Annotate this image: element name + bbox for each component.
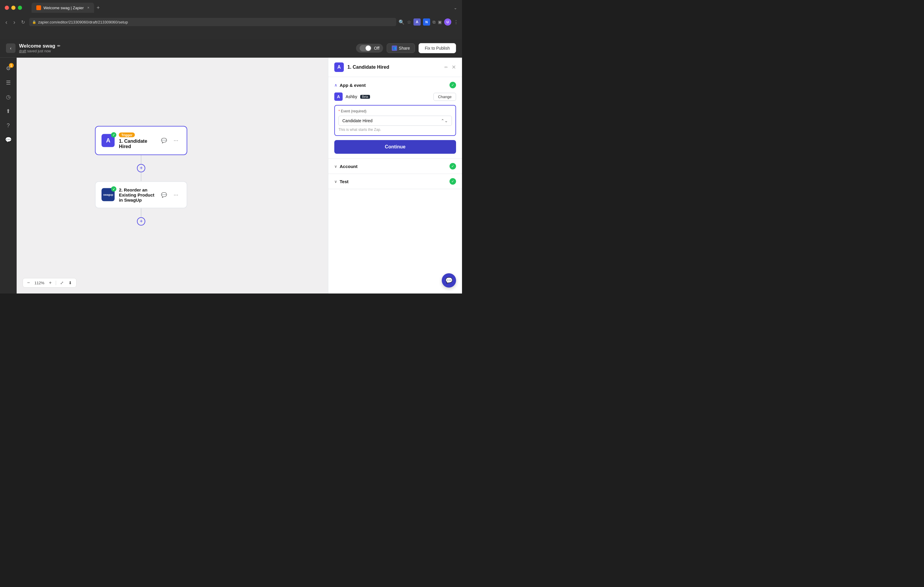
- change-app-btn[interactable]: Change: [434, 93, 456, 101]
- account-chevron-icon: ∨: [334, 164, 337, 169]
- sidebar-item-settings[interactable]: ⚙ 1: [2, 62, 14, 74]
- trigger-node[interactable]: A ✓ Trigger 1. Candidate Hired 💬 ⋯: [95, 126, 187, 155]
- minimize-traffic-light[interactable]: [11, 6, 15, 10]
- app-event-section: ∧ App & event ✓ A Ashby Beta Change * Ev…: [328, 77, 462, 159]
- address-bar[interactable]: 🔒 zapier.com/editor/213309060/draft/2133…: [29, 18, 396, 26]
- close-traffic-light[interactable]: [5, 6, 9, 10]
- tab-close-btn[interactable]: ×: [87, 6, 89, 10]
- action-node-info: 2. Reorder an Existing Product in SwagUp: [119, 187, 155, 202]
- action-check-icon: ✓: [111, 186, 116, 192]
- continue-btn[interactable]: Continue: [334, 140, 456, 154]
- connector-2: [141, 172, 141, 181]
- section-check-icon: ✓: [449, 82, 456, 88]
- sidebar-item-comments[interactable]: 💬: [2, 134, 14, 146]
- account-section-left: ∨ Account: [334, 164, 358, 169]
- section-chevron-icon[interactable]: ∧: [334, 83, 337, 87]
- section-header-app-event: ∧ App & event ✓: [334, 82, 456, 88]
- action-node[interactable]: swagup ✓ 2. Reorder an Existing Product …: [95, 181, 187, 208]
- zoom-level: 112%: [33, 281, 45, 285]
- zoom-out-btn[interactable]: −: [26, 280, 31, 286]
- sidebar-item-help[interactable]: ?: [2, 120, 14, 132]
- sidebar-item-layers[interactable]: ☰: [2, 77, 14, 89]
- zap-canvas: A ✓ Trigger 1. Candidate Hired 💬 ⋯: [16, 58, 328, 294]
- beta-badge: Beta: [360, 95, 370, 99]
- zap-name: Welcome swag: [19, 43, 55, 49]
- header-actions: Off 👥 Share Fix to Publish: [356, 43, 456, 53]
- event-value: Candidate Hired: [342, 118, 372, 123]
- refresh-btn[interactable]: ↻: [19, 18, 27, 26]
- back-to-home-btn[interactable]: ‹: [6, 43, 15, 53]
- bookmark-icon[interactable]: ☆: [407, 19, 411, 25]
- trigger-more-btn[interactable]: ⋯: [171, 136, 181, 145]
- trigger-node-title: 1. Candidate Hired: [119, 138, 155, 149]
- share-icon: 👥: [392, 46, 397, 51]
- trigger-node-info: Trigger 1. Candidate Hired: [119, 132, 155, 149]
- account-section[interactable]: ∨ Account ✓: [328, 159, 462, 174]
- back-arrow-icon: ‹: [10, 46, 12, 51]
- forward-btn[interactable]: ›: [12, 18, 17, 27]
- app-selection-row: A Ashby Beta Change: [334, 92, 456, 101]
- sidebar-item-upload[interactable]: ⬆: [2, 105, 14, 117]
- more-icon: ⋯: [173, 138, 178, 143]
- zap-toggle[interactable]: Off: [356, 44, 383, 53]
- extension-icon-1[interactable]: A: [414, 18, 421, 26]
- address-text: zapier.com/editor/213309060/draft/213309…: [38, 20, 128, 25]
- trigger-check-icon: ✓: [111, 132, 116, 137]
- test-check-icon: ✓: [449, 178, 456, 185]
- account-check-icon: ✓: [449, 163, 456, 169]
- left-sidebar: ⚙ 1 ☰ ◷ ⬆ ? 💬: [0, 58, 16, 294]
- menu-icon[interactable]: ⋮: [454, 19, 459, 25]
- share-label: Share: [399, 46, 410, 51]
- sidebar-icon[interactable]: ▣: [438, 20, 442, 25]
- share-button[interactable]: 👥 Share: [387, 43, 415, 53]
- chat-icon: 💬: [5, 136, 12, 143]
- fix-to-publish-button[interactable]: Fix to Publish: [419, 43, 456, 53]
- event-select[interactable]: Candidate Hired ⌃⌄: [338, 116, 452, 126]
- panel-close-btn[interactable]: ✕: [452, 64, 456, 71]
- search-icon[interactable]: 🔍: [399, 19, 404, 25]
- zoom-fit-btn[interactable]: ⤢: [59, 280, 65, 286]
- required-star: *: [338, 109, 340, 113]
- select-chevron-icon: ⌃⌄: [441, 118, 448, 123]
- section-title-app-event: App & event: [340, 83, 366, 88]
- edit-zap-name-icon[interactable]: ✏: [57, 44, 60, 48]
- sidebar-badge: 1: [9, 63, 14, 68]
- trigger-comment-btn[interactable]: 💬: [159, 136, 169, 145]
- ashby-icon: A: [334, 92, 343, 101]
- connector-3: [141, 208, 141, 217]
- clock-icon: ◷: [6, 94, 11, 100]
- zap-subtitle: draft saved just now: [19, 49, 353, 53]
- add-step-btn-2[interactable]: +: [137, 217, 145, 225]
- chat-fab-btn[interactable]: 💬: [442, 273, 456, 288]
- tab-favicon: [36, 5, 41, 10]
- zoom-in-btn[interactable]: +: [48, 280, 53, 286]
- right-panel: A 1. Candidate Hired ✏ ✕ ∧ App & event ✓…: [328, 58, 462, 294]
- action-more-btn[interactable]: ⋯: [171, 190, 181, 199]
- extension-icon-2[interactable]: N: [423, 18, 430, 26]
- test-section[interactable]: ∨ Test ✓: [328, 174, 462, 189]
- tab-title: Welcome swag | Zapier: [43, 6, 84, 10]
- event-field-hint: This is what starts the Zap.: [338, 128, 452, 132]
- new-tab-btn[interactable]: +: [96, 5, 100, 11]
- panel-edit-icon[interactable]: ✏: [444, 65, 448, 69]
- extensions-icon[interactable]: ⧉: [432, 20, 436, 25]
- test-chevron-icon: ∨: [334, 179, 337, 184]
- user-avatar[interactable]: U: [444, 18, 451, 26]
- more-icon-2: ⋯: [173, 192, 178, 197]
- toggle-thumb: [366, 46, 371, 51]
- action-comment-btn[interactable]: 💬: [159, 190, 169, 199]
- action-node-actions: 💬 ⋯: [159, 190, 181, 199]
- add-step-btn-1[interactable]: +: [137, 164, 145, 172]
- app-header: ‹ Welcome swag ✏ draft saved just now Of…: [0, 39, 462, 58]
- toggle-label: Off: [374, 46, 379, 51]
- chat-fab-icon: 💬: [446, 277, 453, 284]
- traffic-lights: [5, 6, 22, 10]
- sidebar-item-history[interactable]: ◷: [2, 91, 14, 103]
- back-btn[interactable]: ‹: [3, 18, 9, 27]
- maximize-traffic-light[interactable]: [18, 6, 22, 10]
- active-tab[interactable]: Welcome swag | Zapier ×: [31, 3, 94, 13]
- draft-link[interactable]: draft: [19, 49, 26, 53]
- download-btn[interactable]: ⬇: [67, 280, 73, 286]
- nav-tools: 🔍 ☆ A N ⧉ ▣ U ⋮: [399, 18, 459, 26]
- window-dropdown[interactable]: ⌄: [454, 5, 457, 10]
